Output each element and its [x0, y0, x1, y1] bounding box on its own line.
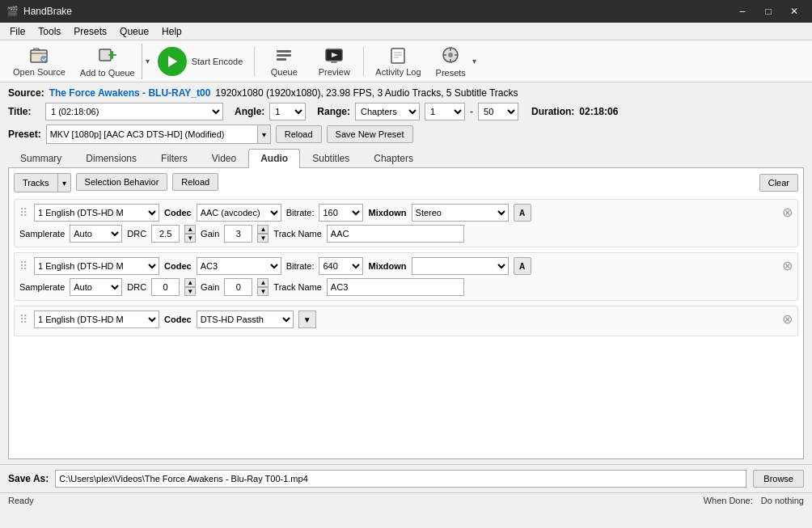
tab-video[interactable]: Video	[200, 149, 248, 167]
drc-1-down[interactable]: ▼	[184, 234, 196, 243]
source-filename: The Force Awakens - BLU-RAY_t00	[49, 87, 211, 99]
menu-queue[interactable]: Queue	[113, 24, 155, 39]
preset-label: Preset:	[8, 129, 41, 140]
gain-2-input[interactable]	[224, 278, 252, 296]
restore-button[interactable]: □	[757, 3, 780, 19]
trackname-1-input[interactable]	[327, 225, 464, 243]
clear-button[interactable]: Clear	[759, 174, 798, 192]
chapter-start-select[interactable]: 1	[425, 103, 465, 120]
bitrate-2-select[interactable]: 640	[319, 257, 363, 275]
drc-1-input[interactable]	[151, 225, 180, 243]
status-right: When Done: Do nothing	[704, 496, 804, 505]
status-ready: Ready	[8, 496, 34, 505]
svg-rect-4	[277, 50, 291, 53]
auto-1-button[interactable]: A	[514, 204, 531, 222]
tracks-main-button[interactable]: Tracks	[15, 174, 57, 192]
angle-select[interactable]: 1	[269, 103, 306, 120]
auto-2-button[interactable]: A	[514, 257, 531, 275]
reload-preset-button[interactable]: Reload	[276, 125, 322, 143]
start-encode-play-button[interactable]	[158, 47, 187, 76]
add-to-queue-icon	[98, 45, 117, 66]
drc-1-up[interactable]: ▲	[184, 225, 196, 234]
add-to-queue-dropdown[interactable]: ▾	[142, 44, 153, 79]
drc-2-down[interactable]: ▼	[184, 287, 196, 296]
tracks-button-group: Tracks ▾	[14, 173, 71, 192]
chapter-end-select[interactable]: 50	[478, 103, 518, 120]
separator-1	[254, 47, 255, 76]
title-select[interactable]: 1 (02:18:06)	[45, 103, 223, 120]
mixdown-2-select[interactable]	[412, 257, 509, 275]
passthru-arrow-button[interactable]: ▼	[298, 310, 316, 328]
tab-subtitles[interactable]: Subtitles	[300, 149, 362, 167]
audio-track-1: ⠿ 1 English (DTS-HD M Codec AAC (avcodec…	[14, 199, 798, 247]
open-source-button[interactable]: Open Source	[6, 44, 72, 79]
drag-handle-3[interactable]: ⠿	[19, 313, 27, 326]
separator-2	[363, 47, 364, 76]
tab-filters[interactable]: Filters	[149, 149, 200, 167]
samplerate-label-2: Samplerate	[19, 282, 65, 292]
menu-presets[interactable]: Presets	[67, 24, 113, 39]
activity-log-label: Activity Log	[375, 67, 421, 77]
preset-input[interactable]	[47, 125, 257, 143]
tab-chapters[interactable]: Chapters	[362, 149, 425, 167]
codec-1-select[interactable]: AAC (avcodec)	[197, 204, 281, 222]
codec-2-select[interactable]: AC3	[197, 257, 281, 275]
remove-track-3-button[interactable]: ⊗	[782, 313, 793, 326]
gain-1-input[interactable]	[224, 225, 252, 243]
tab-dimensions[interactable]: Dimensions	[74, 149, 149, 167]
preview-icon	[324, 46, 344, 65]
codec-3-select[interactable]: DTS-HD Passth	[197, 310, 294, 328]
menu-bar: File Tools Presets Queue Help	[0, 23, 812, 40]
save-as-label: Save As:	[8, 473, 49, 484]
track-2-select[interactable]: 1 English (DTS-HD M	[34, 257, 159, 275]
gain-2-spinner: ▲ ▼	[257, 278, 269, 296]
mixdown-1-select[interactable]: Stereo	[412, 204, 509, 222]
minimize-button[interactable]: –	[731, 3, 754, 19]
selection-behavior-button[interactable]: Selection Behavior	[76, 173, 168, 191]
presets-button[interactable]: Presets	[429, 44, 472, 79]
close-button[interactable]: ✕	[783, 3, 806, 19]
gain-2-up[interactable]: ▲	[257, 278, 269, 287]
menu-file[interactable]: File	[3, 24, 32, 39]
duration-label: Duration:	[531, 106, 574, 117]
audio-toolbar: Tracks ▾ Selection Behavior Reload Clear	[14, 173, 798, 192]
preset-dropdown-button[interactable]: ▾	[257, 125, 270, 143]
drc-2-up[interactable]: ▲	[184, 278, 196, 287]
add-to-queue-button[interactable]: Add to Queue	[74, 44, 142, 79]
range-select[interactable]: Chapters	[355, 103, 420, 120]
preset-select-wrap: ▾	[46, 125, 271, 144]
content-area: Source: The Force Awakens - BLU-RAY_t00 …	[0, 82, 812, 464]
samplerate-2-select[interactable]: Auto	[70, 278, 122, 296]
preview-button[interactable]: Preview	[310, 44, 358, 79]
presets-dropdown[interactable]: ▾	[472, 44, 484, 79]
bitrate-1-select[interactable]: 160	[319, 204, 363, 222]
browse-button[interactable]: Browse	[753, 470, 804, 488]
activity-log-button[interactable]: Activity Log	[369, 44, 427, 79]
gain-1-down[interactable]: ▼	[257, 234, 269, 243]
gain-label-1: Gain	[201, 229, 219, 239]
drag-handle-1[interactable]: ⠿	[19, 206, 27, 219]
bitrate-label-1: Bitrate:	[286, 208, 315, 218]
gain-2-down[interactable]: ▼	[257, 287, 269, 296]
title-bar-left: 🎬 HandBrake	[6, 6, 72, 17]
drag-handle-2[interactable]: ⠿	[19, 260, 27, 272]
trackname-2-input[interactable]	[327, 278, 464, 296]
tab-audio[interactable]: Audio	[248, 149, 300, 168]
save-as-input[interactable]	[55, 470, 746, 488]
tab-summary[interactable]: Summary	[8, 149, 74, 167]
menu-help[interactable]: Help	[155, 24, 188, 39]
presets-icon	[441, 45, 460, 66]
gain-1-up[interactable]: ▲	[257, 225, 269, 234]
menu-tools[interactable]: Tools	[32, 24, 67, 39]
samplerate-1-select[interactable]: Auto	[70, 225, 122, 243]
reload-audio-button[interactable]: Reload	[172, 173, 218, 191]
drc-2-input[interactable]	[151, 278, 180, 296]
track-3-select[interactable]: 1 English (DTS-HD M	[34, 310, 159, 328]
track-1-select[interactable]: 1 English (DTS-HD M	[34, 204, 159, 222]
remove-track-2-button[interactable]: ⊗	[782, 260, 793, 272]
queue-button[interactable]: Queue	[260, 44, 308, 79]
save-new-preset-button[interactable]: Save New Preset	[327, 125, 413, 143]
title-row: Title: 1 (02:18:06) Angle: 1 Range: Chap…	[8, 103, 804, 120]
tracks-dropdown-button[interactable]: ▾	[57, 174, 70, 192]
remove-track-1-button[interactable]: ⊗	[782, 206, 793, 219]
